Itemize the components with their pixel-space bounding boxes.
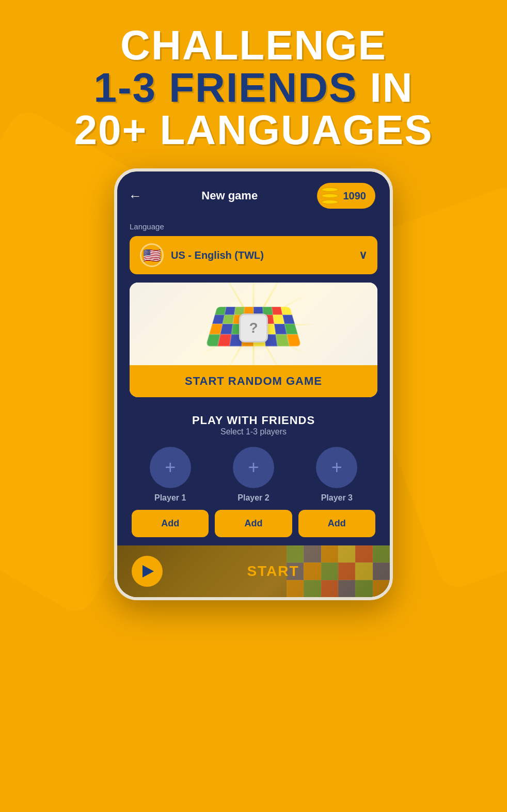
hero-line2: 1-3 FRIENDS IN [0,66,507,110]
start-section: START [117,545,390,597]
player-slot-1: + Player 1 [132,447,209,503]
player-avatar-3[interactable]: + [316,447,357,488]
language-selector[interactable]: 🇺🇸 US - English (TWL) ∨ [130,236,377,274]
back-button[interactable]: ← [129,188,142,204]
players-row: + Player 1 + Player 2 + Pla [130,447,377,503]
play-with-friends-title: PLAY WITH FRIENDS [130,414,377,427]
hero-line1: CHALLENGE [0,25,507,66]
player-slot-3: + Player 3 [298,447,375,503]
hero-in: IN [357,65,413,111]
add-player-3-button[interactable]: Add [298,510,375,537]
flag-icon: 🇺🇸 [140,243,164,267]
app-inner: ← New game 1090 Language [117,171,390,597]
player-2-label: Player 2 [237,493,269,503]
coins-count: 1090 [343,190,366,202]
player-avatar-2[interactable]: + [233,447,274,488]
play-icon [142,565,154,577]
language-label: Language [130,222,377,231]
random-game-image: ? [130,283,377,365]
start-label: START [171,563,375,580]
add-player-1-icon: + [165,458,176,477]
chevron-down-icon: ∨ [359,248,367,262]
add-player-1-button[interactable]: Add [132,510,209,537]
player-slot-2: + Player 2 [215,447,292,503]
phone-container: ← New game 1090 Language [0,168,507,600]
hero-section: CHALLENGE 1-3 FRIENDS IN 20+ LANGUAGES [0,0,507,163]
language-section: Language 🇺🇸 US - English (TWL) ∨ [117,218,390,274]
player-avatar-1[interactable]: + [150,447,191,488]
add-buttons-row: Add Add Add [130,503,377,537]
play-button[interactable] [132,556,163,587]
hero-line3: 20+ LANGUAGES [0,110,507,151]
random-game-card[interactable]: ? START RANDOM GAME [130,283,377,397]
add-player-2-button[interactable]: Add [215,510,292,537]
coin-icon [321,187,339,205]
add-player-3-icon: + [331,458,342,477]
player-3-label: Player 3 [321,493,353,503]
question-mark-tile: ? [239,314,268,342]
coins-badge: 1090 [317,183,375,209]
player-1-label: Player 1 [154,493,186,503]
page-title: New game [201,189,258,202]
play-with-friends-subtitle: Select 1-3 players [130,427,377,436]
start-random-game-button[interactable]: START RANDOM GAME [130,365,377,397]
phone-mockup: ← New game 1090 Language [114,168,393,600]
add-player-2-icon: + [248,458,259,477]
app-header: ← New game 1090 [117,171,390,218]
language-name: US - English (TWL) [171,249,264,261]
board-illustration: ? [192,288,315,360]
hero-friends: 1-3 FRIENDS [93,65,357,111]
play-with-friends-section: PLAY WITH FRIENDS Select 1-3 players + P… [117,405,390,537]
